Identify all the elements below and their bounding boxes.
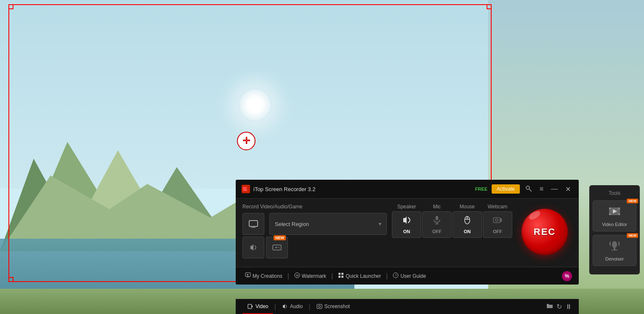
svg-rect-42 [338,273,341,275]
minimize-button[interactable]: — [549,184,560,194]
svg-line-17 [529,189,532,192]
title-actions: ≡ — ✕ [523,184,573,194]
user-guide-button[interactable]: ? User Guide [390,271,428,281]
my-creations-label: My Creations [253,273,282,279]
game-new-badge: NEW [274,235,286,240]
svg-point-11 [612,241,617,248]
svg-rect-48 [248,304,252,309]
free-badge: FREE [475,186,487,192]
my-creations-icon [245,272,251,279]
svg-point-16 [526,186,530,189]
tab-screenshot-label: Screenshot [325,303,350,309]
speaker-toggle[interactable]: ON [392,211,421,238]
webcam-icon [492,215,503,227]
activate-button[interactable]: Activate [492,184,520,194]
app-logo [242,185,250,193]
audio-source-button[interactable] [242,237,264,258]
denoiser-label: Denoiser [605,256,624,261]
video-editor-button[interactable]: NEW Video Editor [593,200,636,232]
user-guide-label: User Guide [400,273,426,279]
svg-point-32 [467,218,468,218]
discount-button[interactable]: % [562,271,572,281]
rec-button[interactable]: REC [522,209,568,255]
tools-title: Tools [593,190,636,196]
game-source-button[interactable]: NEW [266,237,288,258]
sources-section: Record Video/Audio/Game Select Region ▾ … [242,204,387,260]
key-button[interactable] [523,184,534,194]
speaker-header: Speaker [392,204,421,210]
tab-bar: Video | Audio | Screenshot ↻ ⏸ [236,299,579,314]
my-creations-button[interactable]: My Creations [242,271,285,281]
mic-state: OFF [432,229,442,234]
svg-rect-43 [341,273,343,275]
speaker-state: ON [403,229,410,234]
svg-rect-26 [436,216,438,220]
quick-launcher-icon [338,272,344,279]
separator-3: | [386,272,388,280]
tab-screenshot[interactable]: Screenshot [311,299,355,314]
screen-source-button[interactable] [242,213,264,235]
svg-rect-10 [618,213,620,215]
tools-panel: Tools NEW Video Editor NEW Denoiser [589,185,640,274]
svg-rect-12 [614,248,615,250]
watermark-icon: W [294,272,300,279]
svg-point-51 [318,305,320,307]
source-row-audio: NEW [242,237,387,258]
sources-label: Record Video/Audio/Game [242,204,387,210]
mouse-header: Mouse [452,204,482,210]
user-guide-icon: ? [393,272,399,279]
svg-rect-13 [612,250,617,250]
tab-audio[interactable]: Audio [277,299,308,314]
source-row-screen: Select Region ▾ [242,213,387,235]
pause-button[interactable]: ⏸ [565,303,572,311]
webcam-toggle[interactable]: OFF [483,211,512,238]
svg-marker-49 [252,306,253,307]
mic-header: Mic [422,204,452,210]
mouse-icon [462,215,472,227]
svg-text:W: W [296,274,299,277]
speaker-icon [402,215,412,227]
video-editor-new-badge: NEW [627,199,638,203]
svg-point-15 [247,187,249,189]
webcam-header: Webcam [483,204,512,210]
svg-rect-19 [252,226,255,227]
menu-button[interactable]: ≡ [538,184,546,194]
toolbar-right: % [562,271,572,281]
tab-video[interactable]: Video [242,299,273,314]
content-area: Record Video/Audio/Game Select Region ▾ … [236,199,579,267]
separator-2: | [331,272,333,280]
svg-rect-44 [338,276,341,278]
folder-button[interactable] [546,303,553,311]
refresh-button[interactable]: ↻ [556,303,562,311]
move-cursor [236,130,257,152]
audio-headers: Speaker Mic Mouse Webcam [392,204,512,210]
video-editor-icon [608,205,621,220]
region-selector[interactable]: Select Region ▾ [269,213,387,235]
svg-rect-50 [317,304,322,309]
app-title: iTop Screen Recorder 3.2 [253,186,473,192]
watermark-label: Watermark [302,273,326,279]
mouse-toggle[interactable]: ON [452,211,482,238]
mic-toggle[interactable]: OFF [422,211,452,238]
webcam-state: OFF [493,229,502,234]
svg-rect-18 [249,221,258,226]
denoiser-new-badge: NEW [627,233,638,238]
tab-sep-2: | [309,303,310,311]
separator-1: | [287,272,289,280]
denoiser-button[interactable]: NEW Denoiser [593,235,636,266]
tab-bar-right: ↻ ⏸ [546,303,572,311]
svg-text:?: ? [395,274,397,277]
close-button[interactable]: ✕ [563,184,573,194]
recorder-panel: iTop Screen Recorder 3.2 FREE Activate ≡… [236,180,579,285]
watermark-button[interactable]: W Watermark [292,271,329,281]
title-bar: iTop Screen Recorder 3.2 FREE Activate ≡… [236,180,579,199]
region-text: Select Region [275,221,375,227]
audio-controls-section: Speaker Mic Mouse Webcam ON OFF [392,204,512,260]
mouse-state: ON [464,229,471,234]
video-editor-label: Video Editor [602,222,627,227]
quick-launcher-button[interactable]: Quick Launcher [335,271,383,281]
svg-rect-7 [609,208,611,209]
svg-rect-14 [243,187,247,191]
svg-point-25 [279,247,279,248]
audio-buttons: ON OFF ON O [392,211,512,238]
